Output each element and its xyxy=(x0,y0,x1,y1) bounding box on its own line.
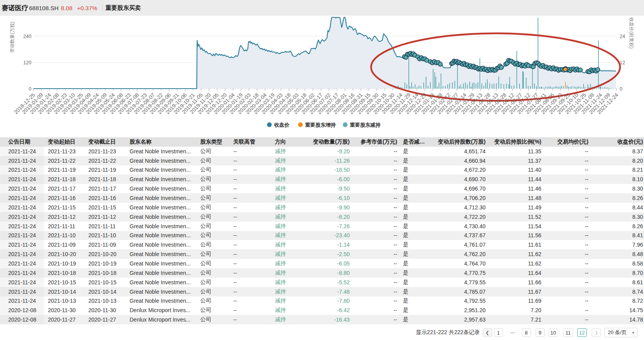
svg-text:重要股东增持: 重要股东增持 xyxy=(305,122,336,128)
svg-text:收盘价: 收盘价 xyxy=(274,122,290,128)
svg-text:12: 12 xyxy=(620,60,625,65)
svg-text:收盘价(前复权): 收盘价(前复权) xyxy=(629,17,634,49)
svg-text:24: 24 xyxy=(620,34,625,39)
svg-text:变动数量(万股): 变动数量(万股) xyxy=(9,22,15,53)
svg-text:0: 0 xyxy=(29,86,31,92)
svg-text:240: 240 xyxy=(23,34,31,39)
svg-text:重要股东减持: 重要股东减持 xyxy=(350,122,381,128)
svg-text:0: 0 xyxy=(620,86,622,92)
svg-text:120: 120 xyxy=(23,60,31,65)
